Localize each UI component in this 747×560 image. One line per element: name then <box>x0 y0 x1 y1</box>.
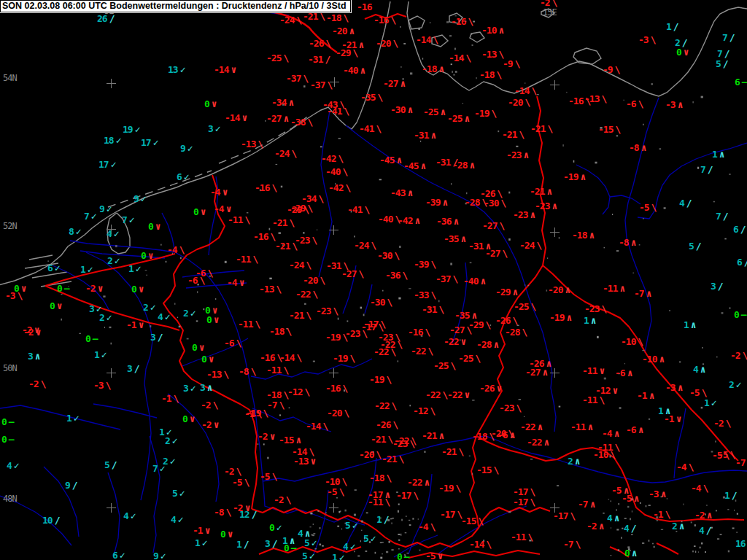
station-report: -6∧ <box>615 368 632 378</box>
tendency-symbol: ✓ <box>165 311 171 322</box>
pressure-tendency-value: 1 <box>704 397 709 408</box>
pressure-tendency-value: -11 <box>266 365 281 376</box>
pressure-tendency-value: -11 <box>228 214 242 225</box>
tendency-symbol: \ <box>252 254 258 265</box>
station-report: -42∧ <box>398 216 420 225</box>
tendency-symbol: ∧ <box>407 187 413 198</box>
station-report: -29∧ <box>495 287 518 297</box>
pressure-tendency-value: -14 <box>449 52 463 63</box>
pressure-tendency-value: 0 <box>192 342 197 353</box>
pressure-tendency-value: -16 <box>255 182 269 193</box>
station-report: -3∧ <box>649 489 666 499</box>
pressure-tendency-value: -22 <box>527 437 541 448</box>
station-report: -9\ <box>503 59 520 69</box>
tendency-symbol: ✓ <box>215 123 221 134</box>
station-report: 7/ <box>700 165 713 174</box>
station-report: -25∧ <box>423 107 446 117</box>
station-report: -4∨ <box>210 187 228 197</box>
tendency-symbol: \ <box>349 353 355 364</box>
pressure-tendency-value: -1 <box>664 413 674 424</box>
tendency-symbol: ✓ <box>311 537 317 548</box>
pressure-tendency-value: -23 <box>499 402 514 413</box>
station-report: -20\ <box>359 450 382 459</box>
tendency-symbol: ∨ <box>209 354 214 365</box>
tendency-symbol: \ <box>318 193 324 204</box>
pressure-tendency-value: -20 <box>327 408 341 419</box>
station-report: -26∨ <box>479 384 502 393</box>
tendency-symbol: ✓ <box>114 228 120 239</box>
station-report: -19\ <box>474 109 497 118</box>
pressure-tendency-value: -39 <box>425 197 440 208</box>
tendency-symbol: ✓ <box>352 520 358 531</box>
tendency-symbol: \ <box>425 327 430 338</box>
tendency-symbol: ∨ <box>496 383 502 394</box>
station-report: -31/ <box>308 55 330 64</box>
tendency-symbol: / <box>706 525 712 536</box>
station-report: -3∧ <box>665 100 683 109</box>
station-report: -23∧ <box>513 210 535 219</box>
tendency-symbol: \ <box>342 383 348 394</box>
tendency-symbol: ∧ <box>543 437 549 448</box>
station-report: 9✓ <box>153 551 166 560</box>
tendency-symbol: ∧ <box>414 215 420 226</box>
tendency-symbol: \ <box>208 268 214 279</box>
graticule-label: 48N <box>3 494 17 503</box>
station-report: -19∧ <box>549 313 572 322</box>
pressure-tendency-value: -3 <box>665 382 676 393</box>
pressure-tendency-value: -20 <box>508 97 522 108</box>
tendency-symbol: – <box>64 283 70 294</box>
station-report: -23\ <box>584 304 607 314</box>
station-report: 5/ <box>716 59 729 69</box>
pressure-tendency-value: 5 <box>304 537 309 548</box>
pressure-tendency-value: 17 <box>98 159 109 170</box>
station-report: 4✓ <box>7 461 20 470</box>
pressure-tendency-value: -19 <box>369 374 384 385</box>
tendency-symbol: \ <box>378 322 384 332</box>
pressure-tendency-value: -19 <box>549 312 564 323</box>
tendency-symbol: / <box>158 332 163 343</box>
tendency-symbol: ✓ <box>111 159 117 170</box>
pressure-tendency-value: -27 <box>266 113 281 124</box>
grid-cross <box>550 368 560 378</box>
station-report: -22∧ <box>520 422 543 432</box>
pressure-tendency-value: -17 <box>553 510 568 521</box>
station-report: -27\ <box>482 221 505 230</box>
station-report: -37\ <box>286 74 309 83</box>
station-report: 0– <box>1 435 15 444</box>
station-report: -19\ <box>369 375 392 384</box>
station-report: 6✓ <box>177 172 190 182</box>
tendency-symbol: \ <box>519 129 525 140</box>
pressure-tendency-value: -26 <box>376 419 390 430</box>
tendency-symbol: \ <box>651 202 657 213</box>
tendency-symbol: \ <box>458 446 464 457</box>
station-report: -23\ <box>316 306 338 316</box>
tendency-symbol: ∨ <box>599 365 605 376</box>
pressure-tendency-value: -25 <box>266 52 281 63</box>
station-report: -22\ <box>374 401 397 411</box>
pressure-tendency-value: -11 <box>236 254 250 265</box>
station-report: -23\ <box>392 439 415 448</box>
tendency-symbol: \ <box>601 303 607 314</box>
tendency-symbol: / <box>631 523 637 534</box>
station-report: -22∧ <box>527 438 549 447</box>
pressure-tendency-value: 0 <box>141 250 146 261</box>
pressure-tendency-value: -23 <box>345 328 360 339</box>
station-report: 2✓ <box>99 313 112 322</box>
station-report: -17\ <box>396 491 419 500</box>
station-report: -5\ <box>712 451 729 460</box>
station-report: 7✓ <box>84 211 97 221</box>
pressure-tendency-value: -23 <box>392 438 407 449</box>
pressure-tendency-value: -16 <box>568 96 583 106</box>
tendency-symbol: ✓ <box>150 302 156 313</box>
tendency-symbol: \ <box>311 235 317 246</box>
tendency-symbol: \ <box>226 507 232 518</box>
tendency-symbol: ∨ <box>212 98 217 109</box>
grid-cross <box>329 503 338 513</box>
tendency-symbol: \ <box>516 402 522 413</box>
station-report: 4✓ <box>171 515 184 524</box>
tendency-symbol: \ <box>279 400 285 411</box>
station-report: 7✓ <box>152 464 166 473</box>
tendency-symbol: \ <box>743 350 747 361</box>
pressure-tendency-value: 5 <box>689 241 694 252</box>
station-report: 4✓ <box>158 312 171 322</box>
